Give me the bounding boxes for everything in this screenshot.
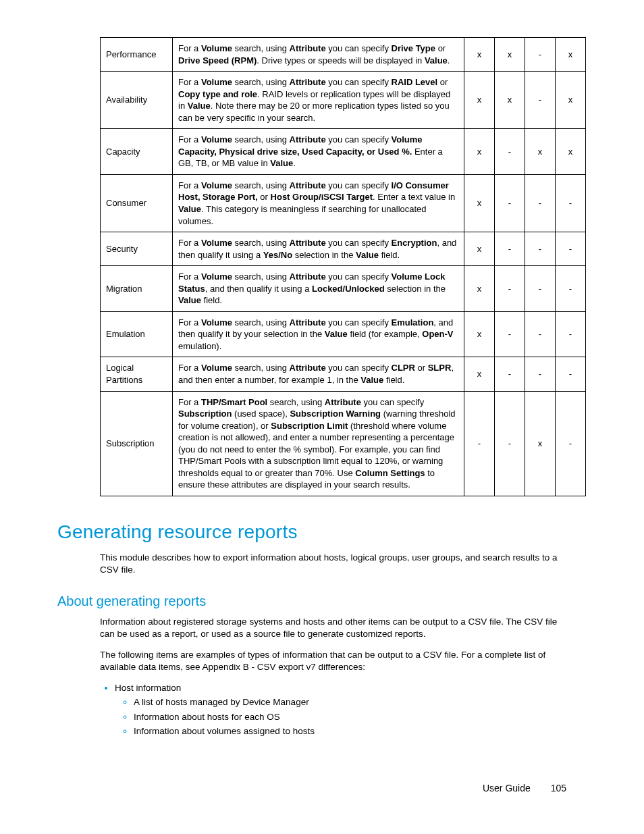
table-row: SecurityFor a Volume search, using Attri… (101, 232, 586, 266)
flag-cell: x (464, 38, 495, 72)
table-row: MigrationFor a Volume search, using Attr… (101, 266, 586, 312)
flag-cell: x (464, 357, 495, 391)
flag-cell: - (495, 266, 525, 312)
table-row: CapacityFor a Volume search, using Attri… (101, 129, 586, 175)
bullet-list-level1: Host information A list of hosts managed… (100, 681, 566, 737)
attribute-description-cell: For a Volume search, using Attribute you… (173, 232, 464, 266)
flag-cell: x (464, 232, 495, 266)
flag-cell: - (525, 174, 556, 232)
flag-cell: x (464, 266, 495, 312)
footer-doc-title: User Guide (483, 783, 531, 793)
attribute-description-cell: For a Volume search, using Attribute you… (173, 357, 464, 391)
intro-paragraph: This module describes how to export info… (100, 552, 566, 576)
table-row: SubscriptionFor a THP/Smart Pool search,… (101, 391, 586, 496)
attribute-name-cell: Capacity (101, 129, 173, 175)
table-row: PerformanceFor a Volume search, using At… (101, 38, 586, 72)
flag-cell: - (525, 357, 556, 391)
flag-cell: - (525, 311, 556, 357)
flag-cell: - (556, 266, 586, 312)
table-row: ConsumerFor a Volume search, using Attri… (101, 174, 586, 232)
flag-cell: x (464, 311, 495, 357)
flag-cell: - (495, 232, 525, 266)
flag-cell: - (525, 38, 556, 72)
flag-cell: - (495, 357, 525, 391)
attribute-name-cell: Migration (101, 266, 173, 312)
attribute-description-cell: For a Volume search, using Attribute you… (173, 129, 464, 175)
attribute-name-cell: Performance (101, 38, 173, 72)
section-heading-generating-resource-reports: Generating resource reports (57, 519, 566, 545)
subsection-heading-about-generating-reports: About generating reports (57, 592, 566, 610)
flag-cell: x (495, 72, 525, 129)
flag-cell: - (525, 72, 556, 129)
flag-cell: x (556, 38, 586, 72)
flag-cell: - (556, 357, 586, 391)
list-item: A list of hosts managed by Device Manage… (134, 696, 566, 708)
page-footer: User Guide 105 (483, 782, 566, 795)
attribute-table: PerformanceFor a Volume search, using At… (100, 37, 586, 496)
flag-cell: - (556, 232, 586, 266)
flag-cell: - (464, 391, 495, 496)
attribute-name-cell: Emulation (101, 311, 173, 357)
table-row: AvailabilityFor a Volume search, using A… (101, 72, 586, 129)
flag-cell: - (525, 266, 556, 312)
flag-cell: x (464, 174, 495, 232)
attribute-description-cell: For a Volume search, using Attribute you… (173, 311, 464, 357)
body-paragraph: The following items are examples of type… (100, 649, 566, 673)
flag-cell: - (495, 391, 525, 496)
attribute-name-cell: Subscription (101, 391, 173, 496)
flag-cell: - (495, 311, 525, 357)
flag-cell: x (464, 129, 495, 175)
flag-cell: x (556, 129, 586, 175)
attribute-description-cell: For a Volume search, using Attribute you… (173, 174, 464, 232)
flag-cell: - (495, 129, 525, 175)
attribute-description-cell: For a Volume search, using Attribute you… (173, 72, 464, 129)
list-item: Information about volumes assigned to ho… (134, 725, 566, 737)
attribute-name-cell: Consumer (101, 174, 173, 232)
attribute-name-cell: Security (101, 232, 173, 266)
flag-cell: - (556, 391, 586, 496)
list-item-label: Host information (115, 683, 181, 693)
table-row: EmulationFor a Volume search, using Attr… (101, 311, 586, 357)
flag-cell: - (495, 174, 525, 232)
body-paragraph: Information about registered storage sys… (100, 616, 566, 640)
flag-cell: x (464, 72, 495, 129)
page-number: 105 (551, 782, 566, 795)
bullet-list-level2: A list of hosts managed by Device Manage… (115, 696, 566, 737)
attribute-name-cell: Logical Partitions (101, 357, 173, 391)
flag-cell: - (525, 232, 556, 266)
table-row: Logical PartitionsFor a Volume search, u… (101, 357, 586, 391)
flag-cell: x (525, 129, 556, 175)
attribute-name-cell: Availability (101, 72, 173, 129)
attribute-description-cell: For a THP/Smart Pool search, using Attri… (173, 391, 464, 496)
list-item: Host information A list of hosts managed… (115, 681, 566, 737)
flag-cell: x (556, 72, 586, 129)
flag-cell: - (556, 311, 586, 357)
flag-cell: x (525, 391, 556, 496)
flag-cell: - (556, 174, 586, 232)
attribute-description-cell: For a Volume search, using Attribute you… (173, 38, 464, 72)
list-item: Information about hosts for each OS (134, 711, 566, 723)
attribute-description-cell: For a Volume search, using Attribute you… (173, 266, 464, 312)
flag-cell: x (495, 38, 525, 72)
